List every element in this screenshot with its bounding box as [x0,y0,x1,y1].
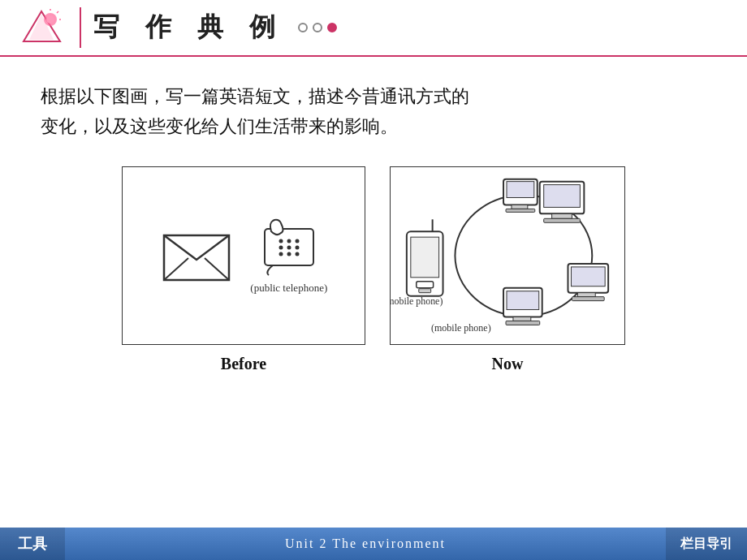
svg-point-19 [295,252,299,256]
before-image-box: (public telephone) Before [122,166,365,373]
header: 写 作 典 例 [0,0,747,57]
svg-point-11 [279,239,283,243]
svg-point-12 [287,239,291,243]
svg-rect-22 [411,237,439,278]
svg-rect-41 [513,317,531,321]
svg-point-16 [295,245,299,249]
svg-rect-38 [506,209,535,212]
svg-rect-40 [507,291,539,309]
svg-rect-33 [577,292,595,296]
footer-center: Unit 2 The environment [65,536,666,551]
svg-text:(mobile phone): (mobile phone) [391,295,443,306]
footer-right[interactable]: 栏目导引 [666,528,747,560]
svg-point-18 [287,252,291,256]
now-frame: (mobile phone) [390,166,625,345]
svg-rect-36 [507,181,534,197]
before-icons: (public telephone) [135,209,352,303]
svg-rect-37 [512,205,528,209]
before-content: (public telephone) [123,167,365,344]
before-frame: (public telephone) [122,166,365,345]
page-title: 写 作 典 例 [93,10,285,45]
instruction-text: 根据以下图画，写一篇英语短文，描述今昔通讯方式的 变化，以及这些变化给人们生活带… [41,81,706,142]
svg-point-3 [46,15,54,24]
envelope-icon [160,227,233,284]
now-caption: (mobile phone) [431,322,491,334]
images-row: (public telephone) Before [41,166,706,373]
svg-point-15 [287,245,291,249]
dot-2 [313,23,322,32]
dot-1 [298,23,308,32]
now-label: Now [492,355,524,373]
main-content: 根据以下图画，写一篇英语短文，描述今昔通讯方式的 变化，以及这些变化给人们生活带… [0,57,747,390]
svg-rect-32 [571,267,605,286]
now-image-box: (mobile phone) [390,166,625,373]
svg-rect-25 [419,288,431,292]
header-dots [298,23,337,32]
telephone-group: (public telephone) [250,217,327,295]
logo-area [16,7,81,48]
before-caption: (public telephone) [250,282,327,295]
telephone-icon [257,217,322,278]
instruction-line1: 根据以下图画，写一篇英语短文，描述今昔通讯方式的 [41,81,706,111]
now-illustration: (mobile phone) [391,166,624,345]
svg-point-17 [279,252,283,256]
footer: 工具 Unit 2 The environment 栏目导引 [0,528,747,560]
logo-icon [19,7,64,48]
dot-3 [327,23,337,32]
svg-rect-28 [544,184,581,207]
svg-point-14 [279,245,283,249]
svg-rect-34 [572,296,604,300]
svg-rect-42 [506,321,540,325]
svg-line-5 [57,11,58,13]
svg-rect-29 [552,213,572,218]
instruction-line2: 变化，以及这些变化给人们生活带来的影响。 [41,111,706,141]
footer-left[interactable]: 工具 [0,528,65,560]
before-label: Before [221,355,266,373]
svg-point-13 [295,239,299,243]
svg-rect-30 [544,218,581,222]
